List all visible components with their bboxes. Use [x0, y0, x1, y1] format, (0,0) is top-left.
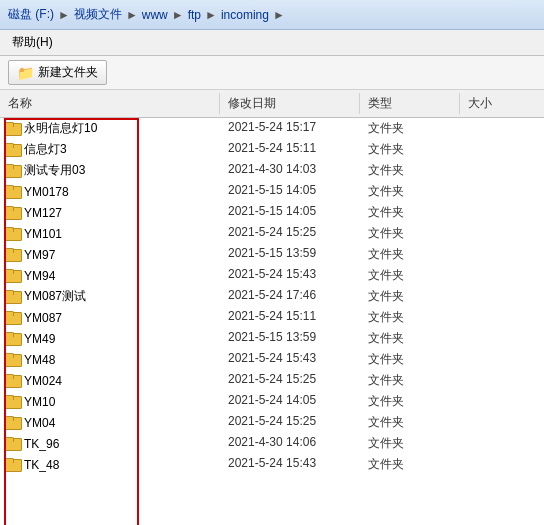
file-size: [460, 119, 520, 138]
file-date: 2021-4-30 14:03: [220, 161, 360, 180]
file-size: [460, 245, 520, 264]
file-size: [460, 434, 520, 453]
file-type: 文件夹: [360, 203, 460, 222]
file-name: 永明信息灯10: [24, 120, 97, 137]
file-type: 文件夹: [360, 287, 460, 306]
file-name: YM024: [24, 374, 62, 388]
file-type: 文件夹: [360, 392, 460, 411]
folder-plus-icon: 📁: [17, 65, 34, 81]
menu-help[interactable]: 帮助(H): [8, 32, 57, 53]
breadcrumb-current[interactable]: incoming: [221, 8, 269, 22]
file-size: [460, 140, 520, 159]
file-size: [460, 308, 520, 327]
folder-icon: [4, 458, 20, 472]
table-row[interactable]: YM942021-5-24 15:43文件夹: [0, 265, 544, 286]
table-row[interactable]: YM102021-5-24 14:05文件夹: [0, 391, 544, 412]
file-name-cell: YM97: [0, 245, 220, 264]
table-row[interactable]: YM492021-5-15 13:59文件夹: [0, 328, 544, 349]
breadcrumb: 磁盘 (F:) ► 视频文件 ► www ► ftp ► incoming ►: [0, 0, 544, 30]
table-row[interactable]: 永明信息灯102021-5-24 15:17文件夹: [0, 118, 544, 139]
file-type: 文件夹: [360, 119, 460, 138]
toolbar: 📁 新建文件夹: [0, 56, 544, 90]
file-list[interactable]: 永明信息灯102021-5-24 15:17文件夹信息灯32021-5-24 1…: [0, 118, 544, 525]
table-row[interactable]: 信息灯32021-5-24 15:11文件夹: [0, 139, 544, 160]
folder-icon: [4, 437, 20, 451]
file-name-cell: YM087: [0, 308, 220, 327]
column-headers: 名称 修改日期 类型 大小: [0, 90, 544, 118]
file-name: TK_96: [24, 437, 59, 451]
file-name: YM087: [24, 311, 62, 325]
folder-icon: [4, 332, 20, 346]
file-name-cell: YM10: [0, 392, 220, 411]
breadcrumb-seg3[interactable]: ftp: [188, 8, 201, 22]
file-name-cell: YM024: [0, 371, 220, 390]
file-date: 2021-5-24 15:43: [220, 350, 360, 369]
breadcrumb-seg2[interactable]: www: [142, 8, 168, 22]
file-date: 2021-4-30 14:06: [220, 434, 360, 453]
file-name-cell: 永明信息灯10: [0, 119, 220, 138]
folder-icon: [4, 122, 20, 136]
breadcrumb-disk[interactable]: 磁盘 (F:): [8, 6, 54, 23]
file-type: 文件夹: [360, 182, 460, 201]
file-name: YM087测试: [24, 288, 86, 305]
col-header-type[interactable]: 类型: [360, 93, 460, 114]
file-date: 2021-5-24 15:43: [220, 266, 360, 285]
file-name-cell: YM087测试: [0, 287, 220, 306]
file-size: [460, 350, 520, 369]
file-name-cell: YM101: [0, 224, 220, 243]
file-name-cell: YM127: [0, 203, 220, 222]
menu-bar: 帮助(H): [0, 30, 544, 56]
file-type: 文件夹: [360, 329, 460, 348]
folder-icon: [4, 374, 20, 388]
file-type: 文件夹: [360, 434, 460, 453]
folder-icon: [4, 248, 20, 262]
folder-icon: [4, 353, 20, 367]
table-row[interactable]: TK_482021-5-24 15:43文件夹: [0, 454, 544, 475]
table-row[interactable]: 测试专用032021-4-30 14:03文件夹: [0, 160, 544, 181]
table-row[interactable]: YM087测试2021-5-24 17:46文件夹: [0, 286, 544, 307]
file-size: [460, 224, 520, 243]
breadcrumb-sep5: ►: [273, 8, 285, 22]
col-header-size[interactable]: 大小: [460, 93, 520, 114]
file-date: 2021-5-24 15:25: [220, 224, 360, 243]
file-name: YM94: [24, 269, 55, 283]
table-row[interactable]: YM972021-5-15 13:59文件夹: [0, 244, 544, 265]
table-row[interactable]: YM1012021-5-24 15:25文件夹: [0, 223, 544, 244]
table-row[interactable]: YM482021-5-24 15:43文件夹: [0, 349, 544, 370]
table-row[interactable]: YM01782021-5-15 14:05文件夹: [0, 181, 544, 202]
folder-icon: [4, 395, 20, 409]
file-size: [460, 371, 520, 390]
file-size: [460, 161, 520, 180]
file-name-cell: YM0178: [0, 182, 220, 201]
file-name: YM97: [24, 248, 55, 262]
file-name: YM10: [24, 395, 55, 409]
file-name: 信息灯3: [24, 141, 67, 158]
folder-icon: [4, 206, 20, 220]
file-name: YM127: [24, 206, 62, 220]
table-row[interactable]: YM0242021-5-24 15:25文件夹: [0, 370, 544, 391]
breadcrumb-sep1: ►: [58, 8, 70, 22]
file-name: YM0178: [24, 185, 69, 199]
file-name-cell: YM49: [0, 329, 220, 348]
breadcrumb-sep3: ►: [172, 8, 184, 22]
file-name: 测试专用03: [24, 162, 85, 179]
folder-icon: [4, 290, 20, 304]
file-size: [460, 203, 520, 222]
file-type: 文件夹: [360, 413, 460, 432]
file-type: 文件夹: [360, 161, 460, 180]
folder-icon: [4, 227, 20, 241]
col-header-date[interactable]: 修改日期: [220, 93, 360, 114]
file-name-cell: YM48: [0, 350, 220, 369]
col-header-name[interactable]: 名称: [0, 93, 220, 114]
table-row[interactable]: YM042021-5-24 15:25文件夹: [0, 412, 544, 433]
file-date: 2021-5-15 14:05: [220, 203, 360, 222]
table-row[interactable]: YM0872021-5-24 15:11文件夹: [0, 307, 544, 328]
file-list-container: 名称 修改日期 类型 大小 永明信息灯102021-5-24 15:17文件夹信…: [0, 90, 544, 525]
breadcrumb-seg1[interactable]: 视频文件: [74, 6, 122, 23]
table-row[interactable]: TK_962021-4-30 14:06文件夹: [0, 433, 544, 454]
folder-icon: [4, 269, 20, 283]
file-name-cell: YM04: [0, 413, 220, 432]
table-row[interactable]: YM1272021-5-15 14:05文件夹: [0, 202, 544, 223]
new-folder-button[interactable]: 📁 新建文件夹: [8, 60, 107, 85]
file-date: 2021-5-15 13:59: [220, 245, 360, 264]
